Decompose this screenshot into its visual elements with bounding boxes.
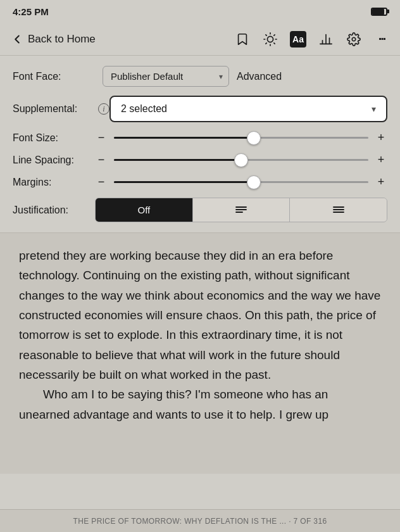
justification-off-button[interactable]: Off [96,198,193,222]
line-spacing-row: Line Spacing: − + [13,153,387,167]
line-spacing-decrease-button[interactable]: − [95,153,108,167]
margins-fill [114,181,254,183]
chart-icon[interactable] [318,31,334,48]
supplemental-chevron-icon: ▾ [372,104,376,114]
font-icon-label: Aa [292,34,304,44]
line-spacing-increase-button[interactable]: + [375,153,387,167]
supplemental-label: Supplemental: [13,103,95,115]
font-face-label: Font Face: [13,71,95,82]
margins-thumb[interactable] [247,175,261,189]
svg-line-3 [266,34,266,35]
line-spacing-label: Line Spacing: [13,155,89,166]
justification-full-button[interactable] [290,198,387,222]
justification-row: Justification: Off [13,198,387,222]
font-size-fill [114,137,254,139]
svg-line-7 [266,42,266,43]
content-paragraph-2: Who am I to be saying this? I'm someone … [19,384,381,424]
supplemental-value: 2 selected [121,103,167,115]
line-spacing-fill [114,159,241,161]
supplemental-dropdown[interactable]: 2 selected ▾ [109,96,387,122]
font-size-thumb[interactable] [247,131,261,145]
font-icon[interactable]: Aa [290,31,306,48]
settings-panel: Font Face: Publisher Default ▾ Advanced … [0,56,400,233]
margins-row: Margins: − + [13,175,387,189]
justify-full-icon [333,206,344,215]
battery-icon [371,8,387,16]
advanced-button[interactable]: Advanced [237,71,282,82]
margins-increase-button[interactable]: + [375,175,387,189]
svg-point-13 [352,37,356,41]
nav-left[interactable]: Back to Home [10,32,96,46]
settings-icon[interactable] [346,31,362,48]
justification-left-button[interactable] [193,198,291,222]
margins-decrease-button[interactable]: − [95,175,108,189]
font-size-decrease-button[interactable]: − [95,131,108,144]
justification-options: Off [95,198,387,222]
brightness-icon[interactable] [262,31,278,48]
back-to-home-label[interactable]: Back to Home [28,33,96,46]
status-time: 4:25 PM [13,6,49,17]
supplemental-info-icon[interactable]: i [98,103,109,115]
font-face-row: Font Face: Publisher Default ▾ Advanced [13,66,387,87]
line-spacing-track[interactable] [114,159,368,161]
line-spacing-thumb[interactable] [234,153,248,167]
status-right [371,8,387,16]
svg-line-8 [274,34,275,35]
font-size-label: Font Size: [13,132,89,144]
justification-label: Justification: [13,205,89,216]
svg-line-4 [274,42,275,43]
footer-text: THE PRICE OF TOMORROW: WHY DEFLATION IS … [73,517,327,526]
supplemental-label-group: Supplemental: i [13,103,109,115]
nav-bar: Back to Home Aa [0,23,400,56]
nav-right-icons: Aa ··· [234,31,390,48]
bookmark-icon[interactable] [234,31,251,48]
justify-left-icon [235,206,247,215]
status-bar: 4:25 PM [0,0,400,23]
back-arrow-icon[interactable] [10,32,24,46]
margins-label: Margins: [13,177,89,188]
font-face-select[interactable]: Publisher Default [103,66,229,87]
svg-point-0 [267,36,273,42]
margins-track[interactable] [114,181,368,183]
font-size-increase-button[interactable]: + [375,131,387,144]
supplemental-row: Supplemental: i 2 selected ▾ [13,96,387,122]
content-area: pretend they are working because they di… [0,233,400,474]
font-size-row: Font Size: − + [13,131,387,144]
more-icon[interactable]: ··· [373,31,390,48]
content-paragraph-1: pretend they are working because they di… [19,246,381,384]
font-size-track[interactable] [114,137,368,139]
font-face-select-wrapper[interactable]: Publisher Default ▾ [103,66,229,87]
footer: THE PRICE OF TOMORROW: WHY DEFLATION IS … [0,509,400,532]
